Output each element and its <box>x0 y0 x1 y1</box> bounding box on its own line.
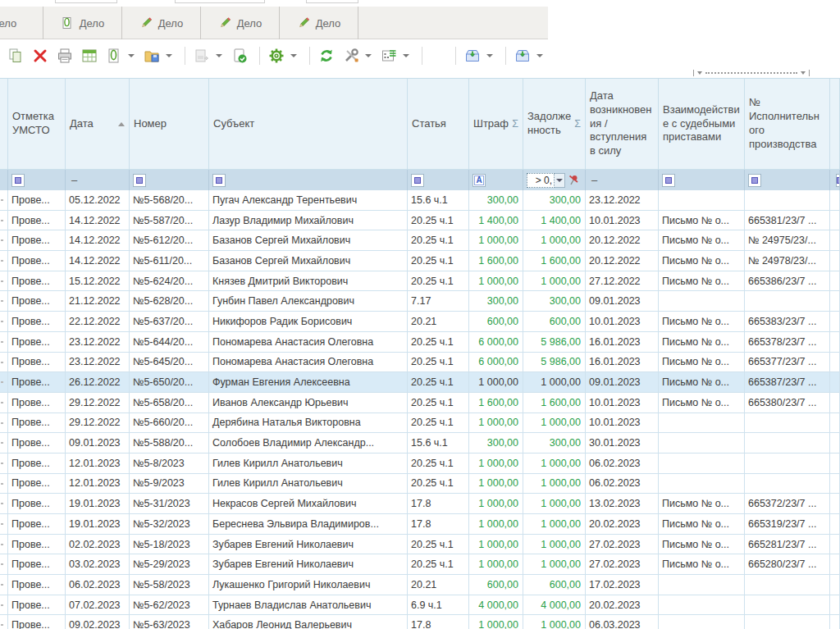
cell-fine[interactable]: 1 000,00 <box>469 230 523 251</box>
delete-button[interactable] <box>30 45 51 66</box>
cell-subject[interactable]: Базанов Сергей Михайлович <box>209 251 408 271</box>
print-button[interactable] <box>54 45 75 66</box>
cell-fine[interactable]: 1 400,00 <box>469 211 523 231</box>
cell-fine[interactable]: 6 000,00 <box>469 332 523 353</box>
cell-enforcement[interactable] <box>745 433 830 454</box>
cell-bailiff[interactable]: Письмо № о... <box>659 494 745 514</box>
cell-bailiff[interactable]: Письмо № о... <box>659 535 745 555</box>
cell-subject[interactable]: Береснева Эльвира Владимиров... <box>209 514 408 535</box>
cell-article[interactable]: 15.6 ч.1 <box>408 433 469 454</box>
cell-subject[interactable]: Турнаев Владислав Анатольевич <box>209 595 408 616</box>
cell-origin[interactable]: 16.01.2023 <box>586 332 659 353</box>
cell-subject[interactable]: Фурман Евгения Алексеевна <box>209 372 408 393</box>
tab-delo-2[interactable]: Дело <box>43 7 122 39</box>
cell-date[interactable]: 07.02.2023 <box>66 595 130 616</box>
cell-article[interactable]: 20.25 ч.1 <box>408 454 469 474</box>
cell-debt[interactable]: 1 000,00 <box>523 230 586 251</box>
cell-number[interactable]: №5-624/20... <box>130 271 209 292</box>
cell-enforcement[interactable]: 665281/23/7 ... <box>745 535 830 555</box>
row-indicator-cell[interactable] <box>0 595 8 616</box>
cell-number[interactable]: №5-588/20... <box>130 433 209 454</box>
cell-mark[interactable]: Прове... <box>8 595 66 616</box>
filter-button[interactable] <box>748 174 761 187</box>
scrollbar-track[interactable] <box>705 72 797 74</box>
cell-subject[interactable]: Дерябина Наталья Викторовна <box>209 413 408 434</box>
cell-subject[interactable]: Пономарева Анастасия Олеговна <box>209 353 408 373</box>
cell-origin[interactable]: 30.01.2023 <box>586 433 659 454</box>
cell-date[interactable]: 06.02.2023 <box>66 575 130 595</box>
cell-mark[interactable]: Прове... <box>8 372 66 393</box>
row-indicator-cell[interactable] <box>0 190 8 211</box>
table-row[interactable]: Прове...12.01.2023№5-8/2023Гилев Кирилл … <box>0 454 840 474</box>
cell-fine[interactable]: 1 000,00 <box>469 615 523 629</box>
cell-enforcement[interactable]: 665380/23/7 ... <box>745 393 830 413</box>
cell-number[interactable]: №5-637/20... <box>130 312 209 332</box>
cell-debt[interactable]: 1 000,00 <box>523 372 586 393</box>
cell-debt[interactable]: 5 986,00 <box>523 332 586 353</box>
cell-enforcement[interactable] <box>745 291 830 312</box>
cell-origin[interactable]: 13.02.2023 <box>586 494 659 514</box>
table-row[interactable]: Прове...22.12.2022№5-637/20...Никифоров … <box>0 312 840 332</box>
cell-origin[interactable]: 16.01.2023 <box>586 353 659 373</box>
column-header-number[interactable]: Номер <box>130 79 209 170</box>
cell-date[interactable]: 09.02.2023 <box>66 615 130 629</box>
cell-article[interactable]: 20.25 ч.1 <box>408 474 469 495</box>
cell-number[interactable]: №5-611/20... <box>130 251 209 271</box>
cell-enforcement[interactable]: 665319/23/7 ... <box>745 514 830 535</box>
cell-date[interactable]: 14.12.2022 <box>66 211 130 231</box>
cell-bailiff[interactable] <box>659 190 745 211</box>
cell-fine[interactable]: 1 600,00 <box>469 393 523 413</box>
debt-filter-input[interactable]: > 0, <box>527 173 555 188</box>
cell-subject[interactable]: Гилев Кирилл Анатольевич <box>209 474 408 495</box>
filter-button[interactable] <box>212 174 226 187</box>
cell-origin[interactable]: 17.02.2023 <box>586 575 659 595</box>
cell-date[interactable]: 03.02.2023 <box>66 554 130 575</box>
cell-origin[interactable]: 10.01.2023 <box>586 211 659 231</box>
cell-enforcement[interactable] <box>745 474 830 495</box>
cell-debt[interactable]: 1 000,00 <box>523 413 586 434</box>
cell-subject[interactable]: Зубарев Евгений Николаевич <box>209 535 408 555</box>
cell-number[interactable]: №5-31/2023 <box>130 494 209 514</box>
cell-debt[interactable]: 1 000,00 <box>523 474 586 495</box>
cell-enforcement[interactable] <box>745 595 830 616</box>
cell-origin[interactable]: 06.03.2023 <box>586 615 659 629</box>
cell-enforcement[interactable]: 665280/23/7 ... <box>745 554 830 575</box>
cell-origin[interactable]: 27.02.2023 <box>586 554 659 575</box>
cell-subject[interactable]: Пономарева Анастасия Олеговна <box>209 332 408 353</box>
cell-article[interactable]: 20.25 ч.1 <box>408 271 469 292</box>
column-header-bailiff[interactable]: Взаимодействие с судебными приставами <box>659 79 745 170</box>
cell-fine[interactable]: 300,00 <box>469 433 523 454</box>
cell-article[interactable]: 6.9 ч.1 <box>408 595 469 616</box>
cell-article[interactable]: 20.25 ч.1 <box>408 413 469 434</box>
cell-subject[interactable]: Князев Дмитрий Викторович <box>209 271 408 292</box>
cell-mark[interactable]: Прове... <box>8 575 66 595</box>
tab-delo-5[interactable]: Дело <box>280 7 358 39</box>
dropdown-arrow-icon[interactable] <box>536 54 543 57</box>
cell-bailiff[interactable]: Письмо № о... <box>659 312 745 332</box>
cell-origin[interactable]: 10.01.2023 <box>586 413 659 434</box>
row-indicator-cell[interactable] <box>0 413 8 434</box>
dropdown-arrow-icon[interactable] <box>365 54 372 57</box>
table-row[interactable]: Прове...29.12.2022№5-658/20...Иванов Але… <box>0 393 840 413</box>
cell-debt[interactable]: 1 000,00 <box>523 271 586 292</box>
cell-debt[interactable]: 1 600,00 <box>523 393 586 413</box>
table-row[interactable]: Прове...19.01.2023№5-31/2023Некрасов Сер… <box>0 494 840 514</box>
cell-number[interactable]: №5-63/2023 <box>130 615 209 629</box>
cell-enforcement[interactable] <box>745 413 830 434</box>
attachment-button[interactable] <box>103 45 125 66</box>
cell-origin[interactable]: 20.02.2023 <box>586 595 659 616</box>
cell-debt[interactable]: 300,00 <box>523 291 586 312</box>
cell-date[interactable]: 12.01.2023 <box>66 454 130 474</box>
cell-number[interactable]: №5-32/2023 <box>130 514 209 535</box>
cell-mark[interactable]: Прове... <box>8 514 66 535</box>
filter-operator-label[interactable]: – <box>589 174 597 186</box>
cell-debt[interactable]: 1 000,00 <box>523 554 586 575</box>
cell-number[interactable]: №5-650/20... <box>130 372 209 393</box>
cell-number[interactable]: №5-658/20... <box>130 393 209 413</box>
filter-operator-label[interactable]: – <box>69 174 77 186</box>
cell-date[interactable]: 29.12.2022 <box>66 413 130 434</box>
filter-button[interactable] <box>11 174 25 187</box>
table-row[interactable]: Прове...06.02.2023№5-58/2023Лукашенко Гр… <box>0 575 840 595</box>
cell-bailiff[interactable]: Письмо № о... <box>659 271 745 292</box>
cell-debt[interactable]: 600,00 <box>523 312 586 332</box>
